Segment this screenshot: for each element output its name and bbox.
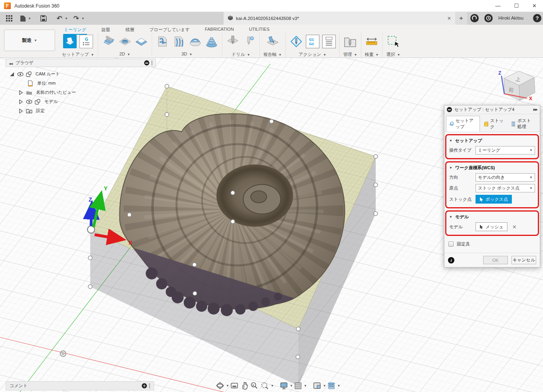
stock-point-button[interactable]: ボックス点 [476,195,512,204]
file-menu-caret[interactable]: ▼ [28,17,31,20]
browser-minimize-icon[interactable] [144,60,149,65]
model-select-button[interactable]: メッシュ [476,222,507,231]
select-icon[interactable] [386,35,400,48]
ok-button[interactable]: OK [483,256,508,264]
workspace-selector[interactable]: 製造▼ [4,30,55,51]
fit-caret[interactable]: ▼ [271,384,274,388]
app-grid-icon[interactable] [5,14,14,23]
tab-setup[interactable]: セットアップ [446,116,480,132]
pan-icon[interactable] [240,381,249,390]
close-button[interactable]: ✕ [532,3,537,9]
group-drill-label[interactable]: ドリル ▼ [232,51,250,57]
fixture-checkbox[interactable] [448,242,454,247]
tree-item-named-views[interactable]: 名前の付いたビュー [6,88,156,97]
grid-display-icon[interactable] [293,381,303,390]
tab-post-process[interactable]: G1G2 ポスト処理 [508,116,538,132]
group-2d-label[interactable]: 2D ▼ [119,51,130,56]
orbit-icon[interactable] [215,381,225,390]
undo-caret[interactable]: ▼ [65,17,68,20]
tree-item-units[interactable]: 単位: mm [6,79,156,88]
eye-icon[interactable] [26,99,32,105]
expand-closed-icon[interactable] [18,99,24,105]
job-status-icon[interactable] [470,14,479,22]
scene-layers-icon[interactable] [326,381,337,390]
3d-viewport[interactable]: Z Y X 上 前 Z X ブラウザ [0,58,543,392]
model-section-title[interactable]: ▼モデル [449,214,535,220]
scallop-icon[interactable] [188,35,202,48]
expand-closed-icon[interactable] [18,89,24,96]
dialog-detach-icon[interactable] [533,108,537,111]
multi-axis-icon[interactable] [266,35,279,48]
tree-item-cam-root[interactable]: CAM ルート [6,69,156,79]
wcs-section-title[interactable]: ▼ワーク座標系(WCS) [449,165,535,171]
file-new-icon[interactable] [18,14,27,23]
notification-icon[interactable] [484,14,493,22]
group-multi-axis-label[interactable]: 複合軸 ▼ [264,51,282,57]
tree-label[interactable]: 名前の付いたビュー [36,89,76,95]
fit-icon[interactable] [260,381,270,390]
expand-open-icon[interactable] [9,71,15,77]
group-manage-label[interactable]: 管理 ▼ [343,51,357,57]
model-remove-icon[interactable] [512,224,517,230]
eye-icon[interactable] [17,71,24,77]
new-setup-icon[interactable] [63,35,77,48]
operation-type-select[interactable]: ミーリング▼ [476,146,535,154]
viewports-caret[interactable]: ▼ [323,384,326,388]
viewports-icon[interactable] [312,381,322,390]
tree-item-model[interactable]: モデル [6,97,156,106]
comment-expand-icon[interactable] [142,383,147,388]
comment-grip[interactable] [149,383,150,388]
redo-caret[interactable]: ▼ [81,17,85,20]
minimize-button[interactable]: — [495,3,500,9]
look-at-icon[interactable] [229,381,240,390]
group-actions-label[interactable]: アクション ▼ [299,51,326,57]
cancel-button[interactable]: キャンセル [511,256,536,264]
new-tab-button[interactable]: + [455,12,467,25]
orientation-select[interactable]: モデルの向き▼ [476,173,535,182]
tree-label[interactable]: 設定 [36,108,45,114]
drill-icon[interactable] [226,35,240,48]
help-icon[interactable]: ? [533,14,541,22]
tree-label[interactable]: CAM ルート [36,71,60,77]
simulate-icon[interactable] [289,35,303,48]
measure-icon[interactable] [365,35,379,48]
dialog-collapse-icon[interactable] [447,107,452,112]
undo-icon[interactable] [55,14,64,23]
save-icon[interactable] [39,14,48,23]
adaptive-clearing-icon[interactable] [156,35,169,48]
document-close-icon[interactable] [447,16,451,21]
face-icon[interactable] [102,35,115,48]
comment-bar[interactable]: コメント [6,381,154,390]
gcode-list-icon[interactable]: G [79,35,93,48]
browser-collapse-icon[interactable] [9,61,12,65]
3d-pocket-icon[interactable] [172,35,186,48]
scene-layers-caret[interactable]: ▼ [337,384,341,388]
2d-contour-icon[interactable] [135,35,148,48]
setup-section-title[interactable]: ▼セットアップ [449,138,535,144]
tool-library-icon[interactable] [343,35,357,48]
group-setup-label[interactable]: セットアップ ▼ [62,51,94,57]
spiral-icon[interactable] [205,35,218,48]
browser-grip[interactable] [151,60,153,65]
expand-closed-icon[interactable] [18,108,24,114]
redo-icon[interactable] [72,14,81,23]
user-name[interactable]: Hiroki Akitsu [498,16,523,20]
2d-pocket-icon[interactable] [118,35,132,48]
display-settings-caret[interactable]: ▼ [290,384,293,388]
tree-label[interactable]: モデル [44,99,58,105]
orbit-caret[interactable]: ▼ [226,384,229,388]
group-select-label[interactable]: 選択 ▼ [386,51,400,57]
tree-item-settings[interactable]: 設定 [6,106,156,115]
origin-select[interactable]: ストック ボックス点▼ [476,184,535,192]
tap-icon[interactable]: + [242,35,256,48]
post-process-icon[interactable]: G1G2 [306,35,319,48]
maximize-button[interactable]: ☐ [514,3,519,9]
tree-label[interactable]: 単位: mm [37,80,55,86]
group-inspect-label[interactable]: 検査 ▼ [365,51,379,57]
document-tab[interactable]: kai-A.20140205162443508 v3* [224,12,455,25]
setup-dialog-header[interactable]: セットアップ : セットアップ4 [444,105,540,114]
browser-header[interactable]: ブラウザ [6,59,156,67]
setup-sheet-icon[interactable] [322,35,336,48]
zoom-icon[interactable]: ± [249,381,260,390]
display-settings-icon[interactable] [279,381,289,390]
